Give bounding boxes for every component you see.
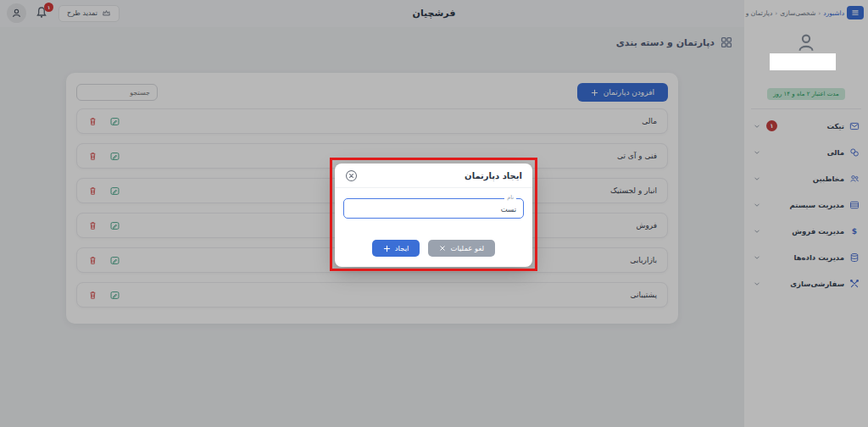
modal-title: ایجاد دپارتمان <box>465 171 522 180</box>
close-icon[interactable] <box>345 169 358 182</box>
create-department-modal: ایجاد دپارتمان نام ایجاد لغو عملیات <box>335 164 532 267</box>
name-input[interactable] <box>344 200 523 219</box>
close-x-icon <box>439 245 446 252</box>
cancel-button-label: لغو عملیات <box>450 244 484 252</box>
modal-footer: ایجاد لغو عملیات <box>343 240 524 257</box>
redaction-box <box>770 53 836 70</box>
name-field-label: نام <box>504 194 516 201</box>
app-root: ۱ تمدید طرح فرشچیان دپارتمان و دسته بندی <box>0 0 868 427</box>
cancel-button[interactable]: لغو عملیات <box>428 240 495 257</box>
name-field-wrapper: نام <box>343 198 524 219</box>
create-button[interactable]: ایجاد <box>372 240 420 257</box>
modal-body: نام ایجاد لغو عملیات <box>335 188 532 257</box>
create-button-label: ایجاد <box>395 244 409 252</box>
modal-header: ایجاد دپارتمان <box>335 164 532 188</box>
plus-icon <box>383 245 391 252</box>
